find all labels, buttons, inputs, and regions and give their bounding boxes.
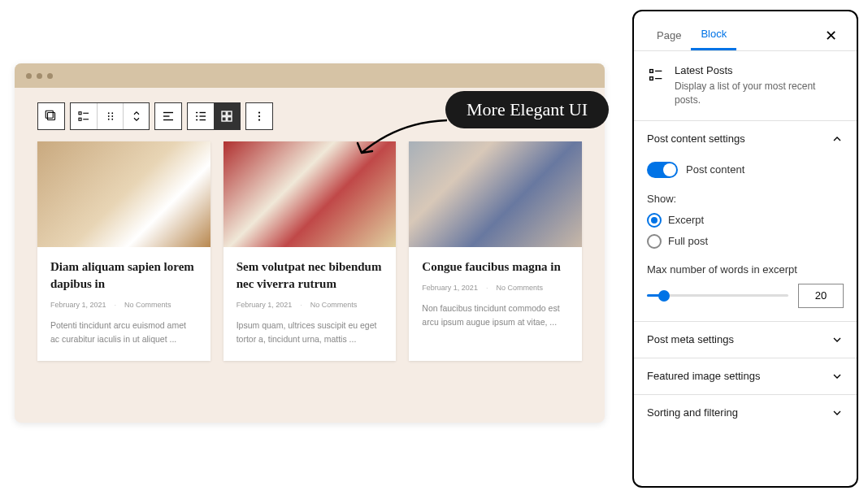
list-view-button[interactable] [71, 103, 97, 129]
move-handle-button[interactable] [97, 103, 123, 129]
move-up-down-button[interactable] [123, 103, 149, 129]
window-dot [47, 73, 53, 79]
post-date: February 1, 2021 [50, 301, 106, 309]
block-type-button[interactable] [38, 103, 64, 129]
block-description: Display a list of your most recent posts… [675, 80, 844, 107]
post-comments[interactable]: No Comments [496, 284, 543, 292]
slider-thumb[interactable] [658, 290, 670, 302]
post-date: February 1, 2021 [422, 284, 478, 292]
post-featured-image [37, 141, 210, 247]
chevron-down-icon [831, 406, 844, 419]
section-post-meta[interactable]: Post meta settings [634, 321, 857, 358]
callout-bubble: More Elegant UI [445, 91, 609, 128]
svg-rect-30 [650, 77, 653, 80]
svg-rect-1 [46, 111, 53, 118]
svg-rect-4 [79, 118, 81, 120]
window-dot [37, 73, 42, 79]
window-dot [26, 73, 32, 79]
svg-point-10 [107, 119, 109, 120]
post-card[interactable]: Congue faucibus magna in February 1, 202… [409, 141, 582, 361]
posts-grid: Diam aliquam sapien lorem dapibus in Feb… [37, 141, 582, 361]
close-icon[interactable]: ✕ [818, 24, 844, 48]
post-meta: February 1, 2021 · No Comments [50, 301, 197, 309]
radio-full-post[interactable]: Full post [647, 234, 844, 249]
svg-point-9 [111, 115, 113, 117]
post-comments[interactable]: No Comments [310, 301, 358, 309]
svg-point-7 [111, 112, 113, 114]
block-header: Latest Posts Display a list of your most… [634, 51, 857, 120]
post-title[interactable]: Diam aliquam sapien lorem dapibus in [50, 258, 197, 293]
post-excerpt: Non faucibus tincidunt commodo est arcu … [422, 302, 569, 329]
svg-point-26 [258, 115, 260, 117]
svg-rect-2 [79, 112, 81, 115]
post-date: February 1, 2021 [237, 301, 293, 309]
more-options-button[interactable] [246, 103, 272, 129]
arrow-icon [349, 114, 455, 171]
post-title[interactable]: Congue faucibus magna in [422, 258, 569, 276]
align-button[interactable] [155, 103, 181, 129]
svg-rect-0 [48, 113, 55, 120]
radio-icon [647, 234, 662, 249]
svg-rect-24 [228, 117, 232, 121]
window-titlebar [15, 63, 605, 88]
radio-excerpt[interactable]: Excerpt [647, 213, 844, 228]
svg-point-27 [258, 119, 260, 120]
svg-rect-28 [650, 70, 653, 73]
chevron-up-icon [831, 132, 844, 145]
post-title[interactable]: Sem volutpat nec bibendum nec viverra ru… [237, 258, 384, 293]
excerpt-words-slider[interactable] [647, 294, 788, 297]
section-body: Post content Show: Excerpt Full post Max… [634, 157, 857, 321]
chevron-down-icon [831, 370, 844, 383]
section-sorting-filtering[interactable]: Sorting and filtering [634, 394, 857, 431]
svg-point-6 [107, 112, 109, 114]
post-content-toggle[interactable] [647, 162, 678, 178]
post-excerpt: Potenti tincidunt arcu euismod amet ac c… [50, 319, 197, 346]
excerpt-words-input[interactable] [798, 284, 844, 308]
post-comments[interactable]: No Comments [124, 301, 171, 309]
chevron-down-icon [831, 333, 844, 346]
post-meta: February 1, 2021 · No Comments [237, 301, 384, 309]
block-toolbar [37, 102, 273, 130]
slider-label: Max number of words in excerpt [647, 263, 844, 276]
svg-rect-23 [222, 117, 226, 121]
svg-point-25 [258, 111, 260, 113]
post-meta: February 1, 2021 · No Comments [422, 284, 569, 292]
svg-rect-21 [222, 111, 226, 115]
section-featured-image[interactable]: Featured image settings [634, 358, 857, 394]
section-post-content[interactable]: Post content settings [634, 120, 857, 157]
svg-point-8 [107, 115, 109, 117]
layout-list-button[interactable] [188, 103, 214, 129]
settings-panel: Page Block ✕ Latest Posts Display a list… [632, 10, 858, 488]
layout-grid-button[interactable] [214, 103, 240, 129]
tab-page[interactable]: Page [647, 23, 691, 50]
radio-icon [647, 213, 662, 228]
show-label: Show: [647, 193, 844, 205]
toggle-label: Post content [686, 163, 744, 176]
block-name: Latest Posts [675, 64, 844, 76]
post-card[interactable]: Diam aliquam sapien lorem dapibus in Feb… [37, 141, 210, 361]
svg-rect-22 [228, 111, 232, 115]
post-excerpt: Ipsum quam, ultrices suscipit eu eget to… [237, 319, 384, 346]
tab-block[interactable]: Block [691, 21, 736, 50]
latest-posts-icon [647, 66, 665, 84]
post-card[interactable]: Sem volutpat nec bibendum nec viverra ru… [224, 141, 397, 361]
panel-tabs: Page Block ✕ [634, 11, 857, 51]
svg-point-11 [111, 119, 113, 120]
